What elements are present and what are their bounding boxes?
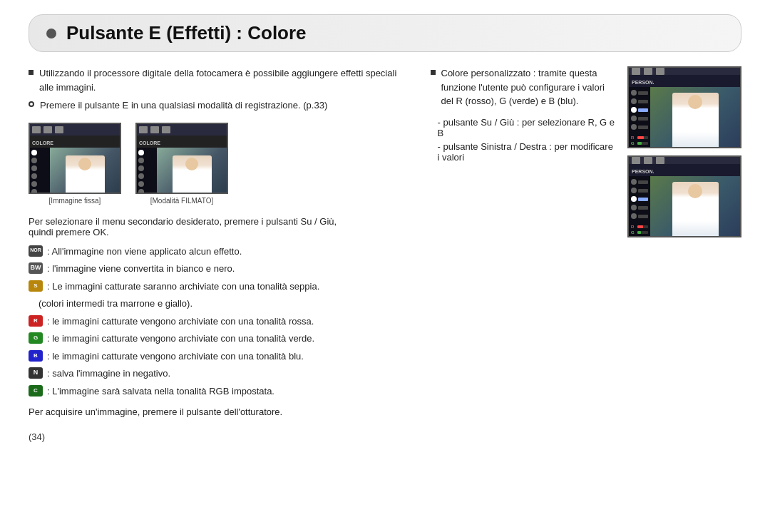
item-bw-text: : l'immagine viene convertita in bianco …: [47, 262, 235, 276]
right-text-block: Colore personalizzato : tramite questa f…: [431, 66, 617, 165]
cam2-bride-figure: [173, 155, 212, 194]
right-screen-2: PERSON.: [627, 155, 741, 237]
right-bullet-square: [431, 70, 436, 75]
right-screens: PERSON.: [627, 66, 741, 237]
rs1-bride: [672, 93, 719, 148]
item-neg-text: : salva l'immagine in negativo.: [47, 367, 170, 381]
icon-list: NOR : All'immagine non viene applicato a…: [29, 245, 409, 399]
cam2-icon2: [150, 126, 159, 133]
list-item-s-extra: (colori intermedi tra marrone e giallo).: [29, 297, 409, 311]
cam1-icon2: [43, 126, 52, 133]
rs2-icon2: [644, 157, 652, 164]
badge-r: R: [29, 315, 43, 327]
badge-s: S: [29, 280, 43, 292]
rs1-menu: R G B: [629, 87, 650, 148]
rs2-icon1: [632, 157, 640, 164]
cam2-menu: [137, 148, 157, 194]
rs1-icon1: [632, 68, 640, 75]
cam2-label: COLORE: [139, 140, 160, 145]
right-dashes: - pulsante Su / Giù : per selezionare R,…: [431, 117, 617, 163]
header-dot-icon: [46, 29, 56, 39]
bullet-square-icon: [29, 70, 34, 75]
screen2-caption: [Modalità FILMATO]: [150, 197, 214, 205]
badge-nor: NOR: [29, 245, 43, 257]
dash-text-2: - pulsante Sinistra / Destra : per modif…: [431, 141, 617, 163]
screen1-caption: [Immagine fissa]: [49, 197, 101, 205]
right-bullet-text: Colore personalizzato : tramite questa f…: [441, 66, 617, 108]
main-content: Utilizzando il processore digitale della…: [29, 66, 741, 442]
item-r-text: : le immagini catturate vengono archivia…: [47, 314, 314, 329]
badge-g: G: [29, 332, 43, 344]
dash-text-1: - pulsante Su / Giù : per selezionare R,…: [431, 117, 617, 138]
rs2-label: PERSON.: [632, 169, 654, 174]
screen2-wrap: COLORE: [135, 123, 228, 205]
cam2-body: [137, 148, 227, 194]
right-screen-1: PERSON.: [627, 66, 741, 148]
cam1-image: [50, 148, 120, 194]
badge-b: B: [29, 350, 43, 362]
desc-line2: quindi premere OK.: [29, 227, 409, 237]
cam1-bride-figure: [66, 155, 105, 194]
right-content: Colore personalizzato : tramite questa f…: [431, 66, 742, 247]
bullet-text-2: Premere il pulsante E in una qualsiasi m…: [40, 98, 327, 113]
rs1-label: PERSON.: [632, 80, 654, 85]
desc-section: Per selezionare il menu secondario desid…: [29, 216, 409, 237]
badge-neg: N: [29, 367, 43, 379]
page-number: (34): [29, 431, 409, 442]
item-nor-text: : All'immagine non viene applicato alcun…: [47, 245, 242, 259]
rs1-body: R G B: [629, 87, 740, 148]
left-column: Utilizzando il processore digitale della…: [29, 66, 409, 442]
page-header: Pulsante E (Effetti) : Colore: [29, 14, 741, 52]
cam1-label: COLORE: [32, 140, 53, 145]
rs1-icon3: [656, 68, 664, 75]
badge-c: C: [29, 385, 43, 397]
cam2-icon1: [139, 126, 148, 133]
rs2-menu: R G B: [629, 176, 650, 237]
rs2-bride: [672, 182, 719, 237]
bullet-item-1: Utilizzando il processore digitale della…: [29, 66, 409, 94]
camera-screen-2: COLORE: [135, 123, 228, 194]
footer-note: Per acquisire un'immagine, premere il pu…: [29, 406, 409, 417]
rs2-image: [650, 176, 740, 237]
rs1-image: [650, 87, 740, 148]
intro-section: Utilizzando il processore digitale della…: [29, 66, 409, 113]
list-item-c: C : L'immagine sarà salvata nella tonali…: [29, 384, 409, 399]
bullet-item-2: Premere il pulsante E in una qualsiasi m…: [29, 98, 409, 113]
badge-bw: BW: [29, 262, 43, 274]
list-item-nor: NOR : All'immagine non viene applicato a…: [29, 245, 409, 259]
rs2-top: [629, 157, 740, 164]
desc-line1: Per selezionare il menu secondario desid…: [29, 216, 409, 227]
cam1-icon3: [55, 126, 63, 133]
item-g-text: : le immagini catturate vengono archivia…: [47, 332, 314, 346]
list-item-neg: N : salva l'immagine in negativo.: [29, 367, 409, 381]
cam1-icon1: [32, 126, 41, 133]
cam1-body: [30, 148, 120, 194]
cam2-image: [157, 148, 227, 194]
cam1-menu: [30, 148, 50, 194]
list-item-s: S : Le immagini catturate saranno archiv…: [29, 280, 409, 294]
rs1-icon2: [644, 68, 652, 75]
item-b-text: : le immagini catturate vengono archivia…: [47, 349, 304, 364]
camera-screens-section: COLORE: [29, 123, 409, 205]
right-column: Colore personalizzato : tramite questa f…: [431, 66, 742, 442]
item-c-text: : L'immagine sarà salvata nella tonalità…: [47, 384, 274, 399]
screen1-wrap: COLORE: [29, 123, 121, 205]
cam1-top-bar: [30, 124, 120, 135]
bullet-text-1: Utilizzando il processore digitale della…: [39, 66, 409, 94]
page-title: Pulsante E (Effetti) : Colore: [66, 22, 307, 44]
cam2-top-bar: [137, 124, 227, 135]
item-s-extra-text: (colori intermedi tra marrone e giallo).: [38, 297, 192, 311]
item-s-text: : Le immagini catturate saranno archivia…: [47, 280, 319, 294]
camera-screen-1: COLORE: [29, 123, 121, 194]
right-bullet-item: Colore personalizzato : tramite questa f…: [431, 66, 617, 108]
list-item-bw: BW : l'immagine viene convertita in bian…: [29, 262, 409, 276]
bullet-circle-icon: [29, 101, 34, 107]
list-item-r: R : le immagini catturate vengono archiv…: [29, 314, 409, 329]
list-item-g: G : le immagini catturate vengono archiv…: [29, 332, 409, 346]
list-item-b: B : le immagini catturate vengono archiv…: [29, 349, 409, 364]
rs2-body: R G B: [629, 176, 740, 237]
rs2-icon3: [656, 157, 664, 164]
rs1-top: [629, 68, 740, 75]
cam2-icon3: [162, 126, 170, 133]
